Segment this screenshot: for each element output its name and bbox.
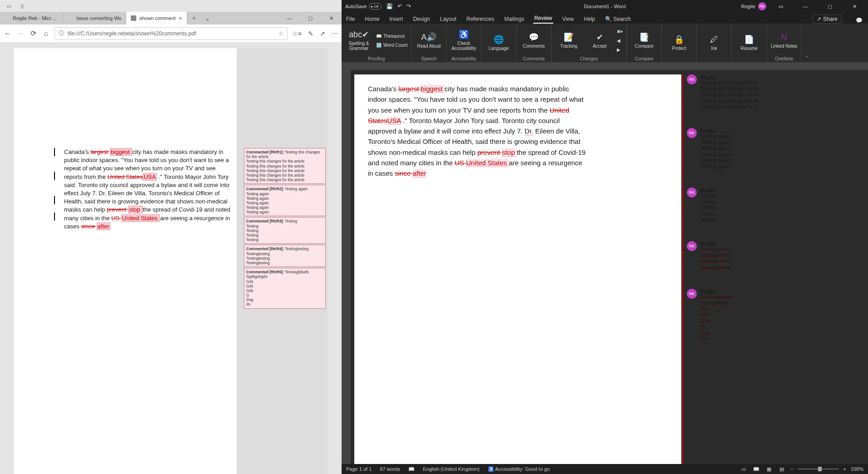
comments-button[interactable]: 💬Comments: [520, 25, 547, 55]
spellcheck-mark: Dr.: [525, 127, 533, 135]
collapse-ribbon-button[interactable]: ˄: [802, 24, 812, 62]
spelling-grammar-button[interactable]: abc✔Spelling & Grammar: [345, 25, 372, 55]
pdf-comment-box[interactable]: Commented [RKR4]: TestingtestingTestingt…: [244, 245, 326, 267]
share-button[interactable]: ↗Share: [813, 15, 842, 24]
edge-tabs-icon-2[interactable]: ▯: [15, 0, 29, 12]
resume-button[interactable]: 📄Resume: [735, 25, 763, 60]
ribbon-display-icon[interactable]: ▭: [771, 4, 791, 10]
maximize-button[interactable]: ▢: [820, 4, 840, 10]
user-avatar[interactable]: RK: [758, 2, 766, 10]
minimize-button[interactable]: —: [279, 12, 300, 25]
close-button[interactable]: ✕: [321, 12, 342, 25]
tab-close-icon[interactable]: ✕: [179, 16, 182, 21]
read-aloud-button[interactable]: A🔊Read Aloud: [415, 25, 442, 55]
vertical-ruler[interactable]: [342, 70, 351, 464]
language-indicator[interactable]: English (United Kingdom): [423, 466, 480, 472]
pdf-comment-box[interactable]: Commented [RKR5]: TeestagfdsafsSgdsgdsgd…: [244, 268, 326, 309]
language-button[interactable]: 🌐Language: [485, 25, 512, 60]
edge-tab[interactable]: Issue converting Wo: [64, 12, 126, 25]
word-comment[interactable]: RKRegileTestingtestingTestingtestingTest…: [687, 241, 864, 271]
ribbon-tab-file[interactable]: File: [345, 15, 356, 24]
word-comment[interactable]: RKRegileTesting this changes for thTesti…: [687, 74, 864, 110]
word-comment[interactable]: RKRegileTeestagfdsafsSgdsgdsgdsGdsGdsGds…: [687, 289, 864, 342]
ribbon-tab-search[interactable]: 🔍 Search: [604, 15, 631, 24]
zoom-level[interactable]: 100%: [851, 466, 863, 472]
edge-tab[interactable]: Regile Reb - Microso: [0, 12, 64, 25]
autosave-toggle[interactable]: AutoSave ● Off: [345, 3, 382, 10]
document-text[interactable]: Canada's largest biggest city has made m…: [368, 84, 586, 178]
word-count-button[interactable]: 🔢Word Count: [376, 41, 407, 49]
page-indicator[interactable]: Page 1 of 1: [346, 466, 372, 472]
print-layout-icon[interactable]: ▦: [765, 466, 773, 472]
comments-pane-icon[interactable]: 💬: [853, 17, 864, 24]
check-accessibility-button[interactable]: ♿Check Accessibility: [450, 25, 477, 55]
edge-tabs-icon[interactable]: ▭: [2, 0, 15, 12]
ribbon-tab-layout[interactable]: Layout: [439, 15, 457, 24]
ribbon-tab-review[interactable]: Review: [533, 14, 553, 24]
prev-change-button[interactable]: ◀: [617, 36, 623, 44]
read-mode-icon[interactable]: 📖: [752, 466, 760, 472]
ribbon-tab-view[interactable]: View: [561, 15, 575, 24]
share-icon[interactable]: ↗: [320, 30, 325, 37]
accept-button[interactable]: ✔Accept: [586, 25, 613, 55]
web-layout-icon[interactable]: ▤: [778, 466, 786, 472]
redo-icon[interactable]: ↷: [407, 3, 411, 10]
pdf-comment-box[interactable]: Commented [RKR1]: Testing this changes f…: [244, 148, 326, 184]
ribbon-tab-help[interactable]: Help: [583, 15, 596, 24]
ribbon-tab-mailings[interactable]: Mailings: [503, 15, 525, 24]
back-button[interactable]: ←: [4, 30, 12, 38]
save-icon[interactable]: 💾: [386, 3, 393, 10]
minimize-button[interactable]: —: [795, 4, 815, 9]
pdf-page: Canada's largest biggest city has made m…: [14, 48, 327, 474]
zoom-slider[interactable]: [798, 469, 838, 469]
horizontal-ruler[interactable]: [342, 63, 868, 70]
ribbon-tab-design[interactable]: Design: [412, 15, 431, 24]
zoom-in-button[interactable]: +: [843, 466, 846, 472]
comment-line: Testing this changes for th: [700, 104, 759, 110]
user-area[interactable]: Regile RK: [741, 2, 766, 10]
forward-button[interactable]: →: [16, 30, 25, 38]
comment-line: ds: [246, 302, 323, 306]
refresh-button[interactable]: ⟳: [29, 30, 37, 38]
linked-notes-button[interactable]: NLinked Notes: [770, 25, 798, 55]
thesaurus-button[interactable]: 📖Thesaurus: [376, 32, 407, 40]
ribbon-tab-insert[interactable]: Insert: [388, 15, 404, 24]
home-button[interactable]: ⌂: [42, 30, 50, 38]
new-tab-button[interactable]: ＋: [187, 12, 201, 25]
comment-line: Testingtesting: [246, 256, 323, 261]
accessibility-status[interactable]: ♿ Accessibility: Good to go: [488, 466, 550, 472]
tracking-button[interactable]: 📝Tracking: [555, 25, 582, 55]
pdf-comment-box[interactable]: Commented [RKR3]: TestingTestingTestingT…: [244, 217, 326, 244]
tab-overflow-button[interactable]: ⌄: [201, 12, 214, 25]
info-icon[interactable]: ⓘ: [59, 30, 64, 37]
focus-mode-icon[interactable]: ▭: [739, 466, 748, 472]
undo-icon[interactable]: ↶: [397, 3, 402, 10]
ink-button[interactable]: 🖊Ink: [700, 25, 728, 60]
reject-button[interactable]: ✖▾: [617, 27, 623, 35]
toggle-switch[interactable]: ● Off: [369, 3, 382, 10]
next-change-button[interactable]: ▶: [617, 45, 623, 54]
ribbon-tab-references[interactable]: References: [466, 15, 495, 24]
word-comment[interactable]: RKRegileTesting againTesting againTestin…: [687, 128, 864, 169]
word-comment[interactable]: RKRegileTestingTestingTestingTestingTest…: [687, 188, 864, 223]
favorites-icon[interactable]: ☆≡: [292, 30, 302, 37]
deleted-text: largest: [90, 148, 110, 155]
address-bar[interactable]: ⓘ file:///C:/Users/regile.rebeta/shown%2…: [55, 27, 288, 40]
more-icon[interactable]: ⋯: [332, 30, 338, 37]
protect-button[interactable]: 🔒Protect: [665, 25, 693, 60]
word-count[interactable]: 97 words: [380, 466, 400, 472]
edge-tab-active[interactable]: shown comment✕: [126, 12, 187, 25]
close-button[interactable]: ✕: [844, 4, 864, 10]
compare-button[interactable]: 📑Compare: [630, 25, 658, 55]
zoom-out-button[interactable]: −: [790, 466, 793, 472]
comment-line: Testing again: [246, 210, 323, 214]
spellcheck-icon[interactable]: 📖: [408, 466, 415, 472]
pdf-comment-box[interactable]: Commented [RKR2]: Testing againTesting a…: [244, 185, 326, 216]
notes-icon[interactable]: ✎: [308, 30, 313, 37]
maximize-button[interactable]: ▢: [300, 12, 321, 25]
star-icon[interactable]: ☆: [278, 30, 283, 37]
pdf-viewport[interactable]: Canada's largest biggest city has made m…: [0, 43, 342, 474]
ribbon-tab-home[interactable]: Home: [364, 15, 380, 24]
group-label: Compare: [630, 56, 658, 61]
document-canvas[interactable]: Canada's largest biggest city has made m…: [351, 70, 868, 464]
